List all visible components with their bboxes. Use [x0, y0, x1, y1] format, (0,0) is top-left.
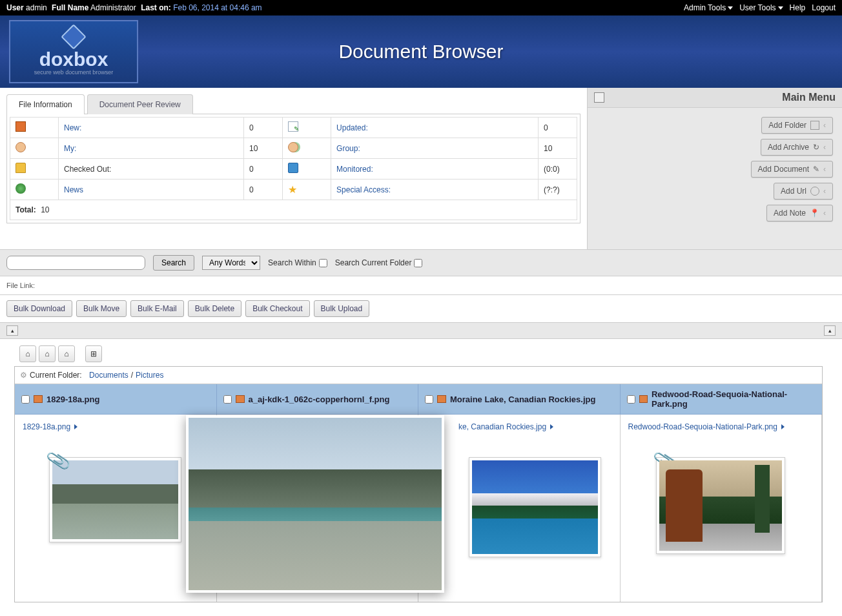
search-within-label: Search Within	[268, 258, 327, 267]
file-name: a_aj-kdk-1_062c-copperhornl_f.png	[249, 395, 390, 404]
logout-link[interactable]: Logout	[812, 3, 836, 12]
breadcrumb: ⚙ Current Folder: Documents / Pictures	[15, 367, 822, 384]
pencil-icon: ✎	[813, 165, 819, 174]
bulk-checkout-button[interactable]: Bulk Checkout	[245, 300, 309, 317]
add-note-button[interactable]: Add Note📍‹	[766, 205, 833, 221]
arrow-right-icon	[781, 424, 785, 429]
breadcrumb-documents[interactable]: Documents	[89, 371, 128, 380]
grid-icon[interactable]	[594, 92, 604, 103]
user-label: User	[6, 3, 24, 12]
info-news[interactable]: News	[59, 180, 244, 200]
image-preview-popup[interactable]	[186, 415, 444, 593]
add-document-button[interactable]: Add Document✎‹	[751, 161, 833, 178]
info-group[interactable]: Group:	[331, 138, 539, 159]
search-input[interactable]	[6, 256, 145, 270]
nav-home-button[interactable]: ⌂	[19, 345, 36, 362]
folder-plus-icon	[810, 121, 819, 130]
top-bar: User admin Full Name Administrator Last …	[0, 0, 842, 15]
image-file-icon	[639, 395, 648, 403]
file-link[interactable]: Redwood-Road-Sequoia-National-Park.png	[628, 422, 785, 431]
folder-container: ⚙ Current Folder: Documents / Pictures 1…	[14, 366, 823, 602]
bulk-delete-button[interactable]: Bulk Delete	[188, 300, 241, 317]
info-special[interactable]: Special Access:	[331, 180, 539, 200]
refresh-icon: ↻	[813, 143, 819, 152]
info-monitored[interactable]: Monitored:	[331, 159, 539, 180]
add-archive-button[interactable]: Add Archive↻‹	[761, 139, 833, 156]
search-mode-select[interactable]: Any Words	[202, 256, 260, 270]
pin-icon: 📍	[810, 209, 819, 218]
info-new-value: 0	[244, 118, 283, 138]
fullname-value: Administrator	[90, 3, 136, 12]
thumbnail-image	[52, 460, 178, 539]
thumbnail-image	[472, 460, 598, 554]
arrow-right-icon	[74, 424, 77, 429]
search-current-label: Search Current Folder	[335, 258, 423, 267]
link-icon	[810, 187, 819, 196]
file-info-table: New: 0 ✎ Updated: 0 My: 10 Group: 10 Che…	[10, 117, 577, 200]
bulk-upload-button[interactable]: Bulk Upload	[314, 300, 370, 317]
breadcrumb-pictures[interactable]: Pictures	[136, 371, 163, 380]
diamond-icon	[61, 24, 87, 50]
collapse-right-button[interactable]: ▴	[824, 325, 836, 336]
image-file-icon	[236, 395, 245, 403]
user-tools-menu[interactable]: User Tools	[739, 3, 783, 12]
info-updated-value: 0	[539, 118, 577, 138]
total-label: Total:	[15, 205, 36, 214]
help-link[interactable]: Help	[790, 3, 806, 12]
nav-home2-button[interactable]: ⌂	[39, 345, 56, 362]
tab-file-information[interactable]: File Information	[6, 94, 85, 114]
info-updated[interactable]: Updated:	[331, 118, 539, 138]
nav-tree-button[interactable]: ⊞	[85, 345, 102, 362]
file-select-checkbox[interactable]	[223, 395, 232, 404]
arrow-right-icon	[550, 424, 553, 429]
new-icon	[15, 121, 26, 132]
bulk-move-button[interactable]: Bulk Move	[76, 300, 127, 317]
person-icon	[15, 142, 26, 152]
star-icon: ★	[288, 184, 297, 195]
search-bar: Search Any Words Search Within Search Cu…	[0, 249, 842, 276]
bulk-email-button[interactable]: Bulk E-Mail	[130, 300, 184, 317]
info-my[interactable]: My:	[59, 138, 244, 159]
file-link[interactable]: ke, Canadian Rockies.jpg	[458, 422, 553, 431]
search-button[interactable]: Search	[153, 255, 194, 271]
brand-tagline: secure web document browser	[34, 69, 114, 76]
file-select-checkbox[interactable]	[627, 395, 635, 404]
caret-down-icon	[728, 6, 733, 10]
info-new[interactable]: New:	[59, 118, 244, 138]
fullname-label: Full Name	[52, 3, 88, 12]
laston-value: Feb 06, 2014 at 04:46 am	[173, 3, 262, 12]
file-cell: ke, Canadian Rockies.jpg	[418, 415, 621, 602]
search-within-checkbox[interactable]	[319, 259, 327, 267]
file-name: Redwood-Road-Sequoia-National-Park.png	[652, 389, 816, 409]
add-url-button[interactable]: Add Url‹	[774, 183, 833, 200]
add-folder-button[interactable]: Add Folder‹	[761, 117, 833, 134]
lock-icon	[15, 163, 26, 173]
thumbnail[interactable]	[469, 457, 601, 557]
nav-home3-button[interactable]: ⌂	[58, 345, 75, 362]
tab-document-peer-review[interactable]: Document Peer Review	[87, 94, 193, 114]
thumbnail[interactable]: 📎	[656, 457, 785, 554]
info-checked-out-value: 0	[244, 159, 283, 180]
page-title: Document Browser	[338, 41, 503, 63]
file-select-checkbox[interactable]	[425, 395, 433, 404]
search-current-checkbox[interactable]	[414, 259, 422, 267]
image-file-icon	[437, 395, 446, 403]
laston-label: Last on:	[141, 3, 171, 12]
globe-icon	[15, 183, 26, 194]
file-select-checkbox[interactable]	[21, 395, 30, 404]
thumbnail-image	[659, 460, 782, 551]
home-icon: ⌂	[64, 349, 68, 358]
file-name: 1829-18a.png	[46, 395, 99, 404]
file-link[interactable]: 1829-18a.png	[23, 422, 77, 431]
home-icon: ⌂	[25, 349, 30, 358]
group-icon	[288, 142, 298, 152]
admin-tools-menu[interactable]: Admin Tools	[684, 3, 733, 12]
main-menu-title: Main Menu	[782, 92, 836, 103]
home-icon: ⌂	[45, 349, 49, 358]
gear-icon: ⚙	[20, 371, 27, 380]
collapse-left-button[interactable]: ▴	[6, 325, 18, 336]
info-group-value: 10	[539, 138, 577, 159]
thumbnail[interactable]: 📎	[49, 457, 181, 542]
info-special-value: (?:?)	[539, 180, 577, 200]
bulk-download-button[interactable]: Bulk Download	[6, 300, 72, 317]
